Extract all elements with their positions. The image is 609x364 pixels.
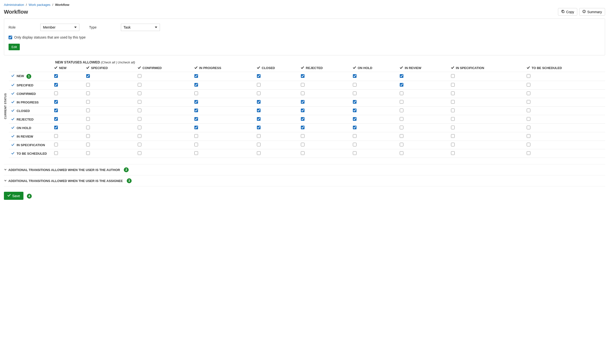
transition-checkbox[interactable] — [257, 117, 260, 121]
transition-checkbox[interactable] — [86, 134, 90, 138]
transition-checkbox[interactable] — [138, 126, 141, 129]
transition-checkbox[interactable] — [400, 117, 403, 121]
check-all-link[interactable]: Check all — [102, 61, 115, 64]
transition-checkbox[interactable] — [257, 91, 260, 95]
transition-checkbox[interactable] — [527, 134, 530, 138]
summary-button[interactable]: Summary — [579, 8, 605, 16]
column-header[interactable]: IN PROGRESS — [193, 64, 256, 72]
transition-checkbox[interactable] — [86, 117, 90, 121]
transition-checkbox[interactable] — [138, 151, 141, 155]
row-header[interactable]: SPECIFIED — [9, 81, 53, 90]
column-header[interactable]: ON HOLD — [351, 64, 398, 72]
row-header[interactable]: ON HOLD — [9, 124, 53, 132]
transition-checkbox[interactable] — [194, 117, 198, 121]
transition-checkbox[interactable] — [54, 74, 58, 78]
transition-checkbox[interactable] — [451, 134, 455, 138]
transition-checkbox[interactable] — [54, 117, 58, 121]
transition-checkbox[interactable] — [353, 74, 356, 78]
transition-checkbox[interactable] — [400, 100, 403, 104]
edit-button[interactable]: Edit — [9, 44, 20, 50]
transition-checkbox[interactable] — [138, 100, 141, 104]
transition-checkbox[interactable] — [400, 143, 403, 146]
transition-checkbox[interactable] — [257, 109, 260, 112]
column-header[interactable]: IN SPECIFICATION — [449, 64, 525, 72]
transition-checkbox[interactable] — [86, 100, 90, 104]
transition-checkbox[interactable] — [527, 143, 530, 146]
transition-checkbox[interactable] — [54, 134, 58, 138]
transition-checkbox[interactable] — [400, 91, 403, 95]
transition-checkbox[interactable] — [353, 134, 356, 138]
transition-checkbox[interactable] — [451, 83, 455, 87]
transition-checkbox[interactable] — [400, 151, 403, 155]
transition-checkbox[interactable] — [353, 151, 356, 155]
row-header[interactable]: NEW1 — [9, 72, 53, 81]
transition-checkbox[interactable] — [54, 151, 58, 155]
transition-checkbox[interactable] — [194, 151, 198, 155]
row-header[interactable]: IN SPECIFICATION — [9, 141, 53, 149]
transition-checkbox[interactable] — [301, 91, 304, 95]
transition-checkbox[interactable] — [257, 143, 260, 146]
row-header[interactable]: IN REVIEW — [9, 132, 53, 141]
transition-checkbox[interactable] — [257, 134, 260, 138]
column-header[interactable]: SPECIFIED — [85, 64, 136, 72]
transition-checkbox[interactable] — [301, 109, 304, 112]
transition-checkbox[interactable] — [451, 109, 455, 112]
transition-checkbox[interactable] — [353, 91, 356, 95]
transition-checkbox[interactable] — [400, 126, 403, 129]
transition-checkbox[interactable] — [527, 91, 530, 95]
transition-checkbox[interactable] — [527, 109, 530, 112]
column-header[interactable]: IN REVIEW — [398, 64, 449, 72]
transition-checkbox[interactable] — [138, 143, 141, 146]
transition-checkbox[interactable] — [194, 143, 198, 146]
transition-checkbox[interactable] — [138, 91, 141, 95]
transition-checkbox[interactable] — [138, 109, 141, 112]
transition-checkbox[interactable] — [194, 109, 198, 112]
transition-checkbox[interactable] — [86, 74, 90, 78]
transition-checkbox[interactable] — [54, 109, 58, 112]
column-header[interactable]: REJECTED — [299, 64, 351, 72]
transition-checkbox[interactable] — [194, 83, 198, 87]
transition-checkbox[interactable] — [194, 91, 198, 95]
transition-checkbox[interactable] — [54, 143, 58, 146]
transition-checkbox[interactable] — [257, 74, 260, 78]
transition-checkbox[interactable] — [138, 74, 141, 78]
transition-checkbox[interactable] — [400, 109, 403, 112]
column-header[interactable]: TO BE SCHEDULED — [525, 64, 605, 72]
transition-checkbox[interactable] — [527, 74, 530, 78]
transition-checkbox[interactable] — [527, 126, 530, 129]
only-used-checkbox[interactable] — [9, 36, 12, 39]
transition-checkbox[interactable] — [527, 100, 530, 104]
transition-checkbox[interactable] — [86, 126, 90, 129]
accordion-header[interactable]: ADDITIONAL TRANSITIONS ALLOWED WHEN THE … — [4, 164, 605, 175]
transition-checkbox[interactable] — [257, 151, 260, 155]
transition-checkbox[interactable] — [194, 126, 198, 129]
transition-checkbox[interactable] — [194, 134, 198, 138]
transition-checkbox[interactable] — [301, 117, 304, 121]
transition-checkbox[interactable] — [54, 83, 58, 87]
transition-checkbox[interactable] — [86, 151, 90, 155]
transition-checkbox[interactable] — [451, 143, 455, 146]
transition-checkbox[interactable] — [301, 143, 304, 146]
transition-checkbox[interactable] — [301, 74, 304, 78]
transition-checkbox[interactable] — [353, 109, 356, 112]
transition-checkbox[interactable] — [301, 83, 304, 87]
transition-checkbox[interactable] — [194, 74, 198, 78]
transition-checkbox[interactable] — [138, 117, 141, 121]
accordion-header[interactable]: ADDITIONAL TRANSITIONS ALLOWED WHEN THE … — [4, 175, 605, 186]
transition-checkbox[interactable] — [451, 151, 455, 155]
row-header[interactable]: TO BE SCHEDULED — [9, 149, 53, 158]
transition-checkbox[interactable] — [451, 100, 455, 104]
transition-checkbox[interactable] — [86, 91, 90, 95]
transition-checkbox[interactable] — [194, 100, 198, 104]
transition-checkbox[interactable] — [54, 91, 58, 95]
transition-checkbox[interactable] — [138, 134, 141, 138]
transition-checkbox[interactable] — [301, 134, 304, 138]
transition-checkbox[interactable] — [527, 117, 530, 121]
copy-button[interactable]: Copy — [558, 8, 577, 16]
transition-checkbox[interactable] — [400, 74, 403, 78]
transition-checkbox[interactable] — [353, 83, 356, 87]
transition-checkbox[interactable] — [451, 91, 455, 95]
transition-checkbox[interactable] — [257, 100, 260, 104]
role-select[interactable]: Member — [40, 24, 79, 31]
only-used-label[interactable]: Only display statuses that are used by t… — [14, 35, 86, 39]
